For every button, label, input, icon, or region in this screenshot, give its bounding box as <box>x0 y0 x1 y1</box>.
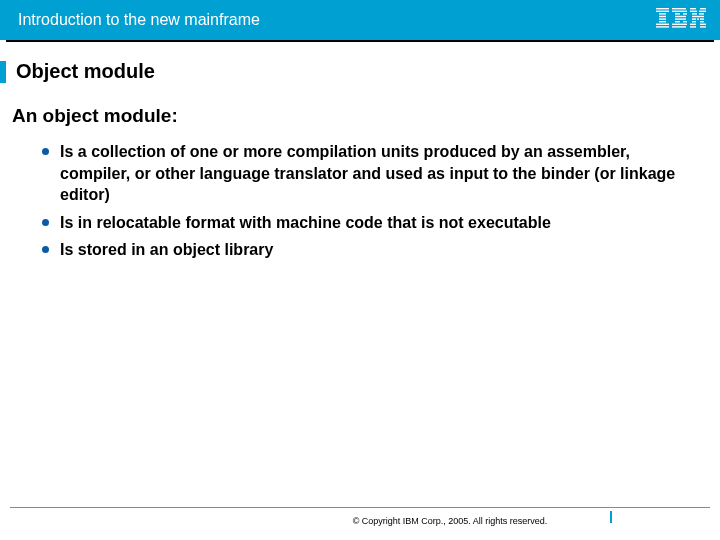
title-marker <box>0 61 6 83</box>
svg-rect-8 <box>672 8 686 9</box>
svg-rect-28 <box>692 21 696 22</box>
course-title: Introduction to the new mainframe <box>18 11 260 29</box>
svg-rect-1 <box>656 11 669 12</box>
svg-rect-14 <box>675 21 680 22</box>
slide-subtitle: An object module: <box>12 105 702 127</box>
svg-rect-6 <box>656 24 669 25</box>
svg-rect-30 <box>690 24 696 25</box>
svg-rect-20 <box>690 11 697 12</box>
bullet-list: Is a collection of one or more compilati… <box>18 141 702 261</box>
svg-rect-24 <box>692 16 704 17</box>
svg-rect-25 <box>692 18 696 19</box>
svg-rect-4 <box>659 18 666 19</box>
svg-rect-27 <box>700 18 704 19</box>
list-item: Is in relocatable format with machine co… <box>42 212 702 234</box>
svg-rect-23 <box>699 13 704 14</box>
slide-title: Object module <box>16 60 155 83</box>
ibm-logo-icon <box>656 8 706 32</box>
svg-rect-26 <box>697 18 699 19</box>
svg-rect-2 <box>659 13 666 14</box>
svg-rect-22 <box>692 13 697 14</box>
svg-rect-5 <box>659 21 666 22</box>
svg-rect-3 <box>659 16 666 17</box>
list-item: Is a collection of one or more compilati… <box>42 141 702 206</box>
svg-rect-21 <box>699 11 706 12</box>
svg-rect-10 <box>675 13 680 14</box>
svg-rect-17 <box>672 26 686 27</box>
svg-rect-16 <box>672 24 687 25</box>
list-item: Is stored in an object library <box>42 239 702 261</box>
svg-rect-18 <box>690 8 696 9</box>
svg-rect-12 <box>675 16 686 17</box>
copyright-text: © Copyright IBM Corp., 2005. All rights … <box>10 516 710 526</box>
svg-rect-32 <box>690 26 696 27</box>
slide-title-row: Object module <box>0 60 702 83</box>
svg-rect-7 <box>656 26 669 27</box>
slide-content: Object module An object module: Is a col… <box>0 42 720 261</box>
footer-divider <box>10 507 710 508</box>
header-bar: Introduction to the new mainframe <box>0 0 720 40</box>
svg-rect-13 <box>675 18 686 19</box>
footer-tick-marker <box>610 511 612 523</box>
svg-rect-11 <box>683 13 687 14</box>
svg-rect-15 <box>683 21 687 22</box>
svg-rect-31 <box>700 24 706 25</box>
svg-rect-29 <box>700 21 704 22</box>
svg-rect-9 <box>672 11 687 12</box>
footer: © Copyright IBM Corp., 2005. All rights … <box>10 507 710 526</box>
svg-rect-19 <box>700 8 706 9</box>
svg-rect-0 <box>656 8 669 9</box>
svg-rect-33 <box>700 26 706 27</box>
